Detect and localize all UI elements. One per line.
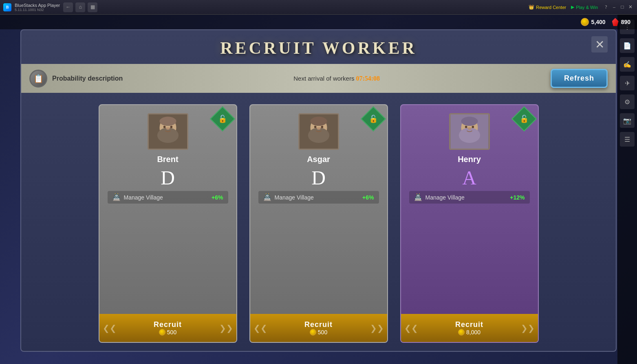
modal-title-bar: RECRUIT WORKER ✕ <box>21 30 616 64</box>
app-name: BlueStacks App Player <box>15 3 60 8</box>
skill-icon-brent: 🏯 <box>112 193 121 201</box>
skill-name-henry: Manage Village <box>425 194 465 201</box>
svg-point-20 <box>467 127 471 130</box>
skill-icon-asgar: 🏯 <box>263 193 271 201</box>
coins-value: 5,400 <box>591 19 606 25</box>
coin-icon <box>581 18 589 26</box>
close-button[interactable]: ✕ <box>627 4 634 11</box>
minimize-button[interactable]: – <box>611 4 617 11</box>
worker-face-asgar <box>300 114 338 149</box>
app-version: 5.11.11.1001 N32 <box>15 8 60 12</box>
window-controls: ? – □ ✕ <box>603 4 634 11</box>
worker-card-brent: 🔓 Brent D 🏯 Manage Village + <box>99 104 237 343</box>
skill-bonus-henry: +12% <box>510 194 525 201</box>
unlock-icon-brent: 🔓 <box>218 114 227 123</box>
svg-point-18 <box>465 126 467 128</box>
recruit-button-brent[interactable]: Recruit 500 <box>99 314 236 342</box>
play-icon: ▶ <box>571 4 574 10</box>
home-button[interactable]: ⌂ <box>75 2 85 12</box>
worker-card-asgar: 🔓 Asgar D 🏯 Manage Village + <box>249 104 388 343</box>
probability-section: 📋 Probability description <box>29 70 123 88</box>
probability-label[interactable]: Probability description <box>52 75 123 82</box>
info-bar: 📋 Probability description Next arrival o… <box>21 64 616 93</box>
crown-icon: 👑 <box>529 4 534 10</box>
next-arrival-label: Next arrival of workers <box>293 75 354 82</box>
svg-point-2 <box>157 128 178 143</box>
worker-name-asgar: Asgar <box>307 155 330 164</box>
worker-card-henry: 🔓 Henry A 🏯 Manage Village + <box>400 104 539 343</box>
worker-name-henry: Henry <box>458 155 481 164</box>
title-bar: B BlueStacks App Player 5.11.11.1001 N32… <box>0 0 637 15</box>
reward-center-link[interactable]: 👑 Reward Center <box>529 4 566 10</box>
worker-name-brent: Brent <box>157 155 178 164</box>
svg-point-6 <box>166 127 170 130</box>
skill-bonus-asgar: +6% <box>362 194 374 201</box>
svg-point-12 <box>321 126 323 128</box>
probability-icon: 📋 <box>29 70 47 88</box>
modal-title: RECRUIT WORKER <box>21 38 616 58</box>
gems-display: 890 <box>612 18 630 26</box>
panel-btn-2[interactable]: 📄 <box>620 38 635 53</box>
panel-btn-4[interactable]: ✈ <box>620 76 635 90</box>
currency-bar: 5,400 890 <box>0 15 637 29</box>
maximize-button[interactable]: □ <box>619 4 626 11</box>
recruit-btn-container-henry: Recruit 8,000 <box>401 314 538 342</box>
refresh-button[interactable]: Refresh <box>551 69 608 88</box>
list-icon: 📋 <box>33 74 44 83</box>
worker-skill-henry: 🏯 Manage Village +12% <box>409 191 530 204</box>
worker-face-brent <box>149 114 187 149</box>
title-bar-right: 👑 Reward Center ▶ Play & Win ? – □ ✕ <box>529 4 634 11</box>
title-bar-left: B BlueStacks App Player 5.11.11.1001 N32… <box>3 2 97 12</box>
recruit-button-asgar[interactable]: Recruit 500 <box>250 314 387 342</box>
unlock-icon-henry: 🔓 <box>520 114 529 123</box>
worker-cards-area: 🔓 Brent D 🏯 Manage Village + <box>21 96 616 351</box>
recruit-modal: RECRUIT WORKER ✕ 📋 Probability descripti… <box>20 29 617 352</box>
svg-point-17 <box>461 117 478 126</box>
svg-point-5 <box>170 126 172 128</box>
app-info: BlueStacks App Player 5.11.11.1001 N32 <box>15 3 60 12</box>
panel-btn-6[interactable]: 📷 <box>620 113 635 128</box>
worker-skill-asgar: 🏯 Manage Village +6% <box>258 191 379 204</box>
svg-point-10 <box>310 117 327 126</box>
unlock-badge-henry: 🔓 <box>511 106 536 132</box>
skill-icon-henry: 🏯 <box>414 193 422 201</box>
recruit-label-henry: Recruit <box>455 320 483 329</box>
recruit-button-henry[interactable]: Recruit 8,000 <box>401 314 538 342</box>
worker-grade-asgar: D <box>311 168 326 188</box>
skill-name-asgar: Manage Village <box>275 194 314 201</box>
recruit-label-asgar: Recruit <box>304 320 333 329</box>
panel-btn-3[interactable]: ✍ <box>620 57 635 72</box>
coins-display: 5,400 <box>581 18 606 26</box>
modal-close-button[interactable]: ✕ <box>591 36 608 53</box>
nav-buttons: ← ⌂ ▦ <box>63 2 97 12</box>
panel-btn-5[interactable]: ⚙ <box>620 94 635 109</box>
back-button[interactable]: ← <box>63 2 73 12</box>
recruit-cost-value-brent: 500 <box>167 329 176 335</box>
recruit-cost-brent: 500 <box>159 329 176 335</box>
play-win-label: Play & Win <box>576 5 598 10</box>
skill-name-brent: Manage Village <box>124 194 163 201</box>
svg-point-4 <box>163 126 165 128</box>
recruit-btn-container-asgar: Recruit 500 <box>250 314 387 342</box>
recruit-cost-henry: 8,000 <box>458 329 481 335</box>
countdown-timer: 07:54:08 <box>356 75 380 82</box>
play-win-link[interactable]: ▶ Play & Win <box>571 4 598 10</box>
unlock-badge-asgar: 🔓 <box>360 106 386 132</box>
unlock-badge-brent: 🔓 <box>209 106 235 132</box>
svg-point-3 <box>159 117 176 126</box>
multi-button[interactable]: ▦ <box>88 2 97 12</box>
gem-icon <box>612 18 619 26</box>
recruit-btn-container-brent: Recruit 500 <box>99 314 236 342</box>
worker-portrait-henry <box>449 113 490 150</box>
svg-point-9 <box>308 128 329 143</box>
svg-point-16 <box>458 128 480 143</box>
worker-portrait-asgar <box>298 113 339 150</box>
help-button[interactable]: ? <box>603 4 609 11</box>
svg-point-19 <box>472 126 474 128</box>
next-arrival-section: Next arrival of workers 07:54:08 <box>293 75 380 82</box>
worker-face-henry <box>450 114 489 149</box>
skill-bonus-brent: +6% <box>212 194 223 201</box>
panel-btn-7[interactable]: ☰ <box>620 132 635 147</box>
worker-portrait-brent <box>148 113 188 150</box>
unlock-icon-asgar: 🔓 <box>369 114 378 123</box>
